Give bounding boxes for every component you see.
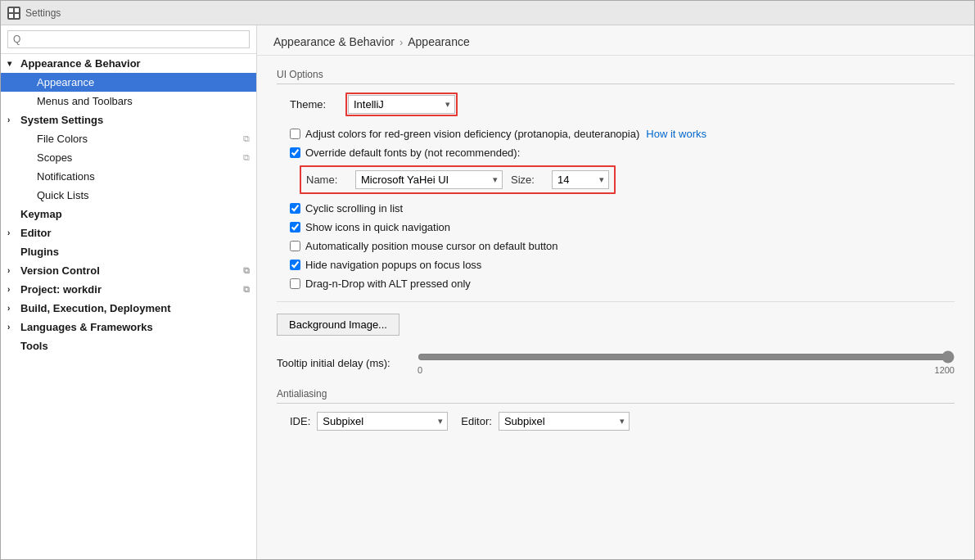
svg-rect-0 (9, 8, 13, 12)
sidebar-item-editor[interactable]: ›Editor (1, 224, 256, 242)
drag-drop-label[interactable]: Drag-n-Drop with ALT pressed only (290, 278, 471, 290)
chevron-icon: › (7, 266, 17, 275)
search-container (1, 25, 256, 54)
background-image-button[interactable]: Background Image... (277, 314, 399, 336)
breadcrumb-separator: › (399, 36, 403, 48)
chevron-icon: › (7, 285, 17, 294)
show-icons-text: Show icons in quick navigation (305, 221, 450, 233)
font-name-select[interactable]: Microsoft YaHei UI Arial Segoe UI Tahoma (355, 170, 503, 189)
antialiasing-label: Antialiasing (277, 388, 955, 404)
sidebar-item-appearance-behavior[interactable]: ▾Appearance & Behavior (1, 54, 256, 73)
sidebar-item-label: Menus and Toolbars (37, 95, 133, 107)
cyclic-scrolling-label[interactable]: Cyclic scrolling in list (290, 202, 403, 215)
editor-aa-select[interactable]: Subpixel Greyscale None (499, 412, 630, 431)
slider-ticks: 0 1200 (418, 365, 955, 375)
sidebar-item-label: Editor (20, 227, 52, 239)
sidebar-item-label: System Settings (20, 114, 103, 126)
slider-min: 0 (418, 365, 422, 375)
sidebar-item-scopes[interactable]: Scopes⧉ (1, 148, 256, 167)
sidebar-item-plugins[interactable]: Plugins (1, 242, 256, 261)
adjust-colors-checkbox[interactable] (290, 129, 300, 139)
tooltip-slider-container: 0 1200 (418, 350, 955, 375)
sidebar-item-label: Version Control (20, 264, 100, 277)
sidebar-item-label: Notifications (37, 170, 95, 183)
sidebar-nav: ▾Appearance & BehaviorAppearanceMenus an… (1, 54, 256, 355)
sidebar-item-keymap[interactable]: Keymap (1, 205, 256, 224)
ide-aa-label: IDE: (290, 415, 310, 427)
divider-1 (277, 301, 955, 302)
override-fonts-row: Override default fonts by (not recommend… (290, 147, 955, 159)
show-icons-checkbox[interactable] (290, 222, 300, 233)
override-fonts-text: Override default fonts by (not recommend… (305, 147, 520, 159)
content-body: UI Options Theme: IntelliJ Darcula High … (257, 56, 974, 444)
sidebar-item-menus-toolbars[interactable]: Menus and Toolbars (1, 92, 256, 111)
hide-navigation-label[interactable]: Hide navigation popups on focus loss (290, 259, 481, 271)
auto-position-checkbox[interactable] (290, 241, 300, 251)
sidebar-item-label: Keymap (20, 208, 62, 220)
chevron-icon: › (7, 304, 17, 313)
sidebar-item-quick-lists[interactable]: Quick Lists (1, 186, 256, 205)
ide-aa-select[interactable]: Subpixel Greyscale None (317, 412, 448, 431)
hide-navigation-row: Hide navigation popups on focus loss (290, 259, 955, 271)
sidebar-item-tools[interactable]: Tools (1, 336, 256, 355)
copy-icon: ⧉ (243, 133, 250, 144)
sidebar-item-notifications[interactable]: Notifications (1, 167, 256, 186)
drag-drop-checkbox[interactable] (290, 278, 300, 289)
auto-position-label[interactable]: Automatically position mouse cursor on d… (290, 240, 558, 252)
font-size-label: Size: (511, 174, 544, 186)
override-fonts-label[interactable]: Override default fonts by (not recommend… (290, 147, 520, 159)
sidebar-item-label: File Colors (37, 133, 88, 145)
auto-position-text: Automatically position mouse cursor on d… (305, 240, 558, 252)
override-fonts-checkbox[interactable] (290, 147, 300, 158)
background-image-container: Background Image... (277, 314, 955, 336)
show-icons-label[interactable]: Show icons in quick navigation (290, 221, 450, 233)
adjust-colors-row: Adjust colors for red-green vision defic… (290, 128, 955, 140)
font-name-label: Name: (306, 174, 347, 186)
sidebar-item-file-colors[interactable]: File Colors⧉ (1, 129, 256, 148)
theme-select-wrapper: IntelliJ Darcula High contrast Windows 1… (348, 95, 455, 114)
sidebar-item-version-control[interactable]: ›Version Control⧉ (1, 261, 256, 280)
hide-navigation-checkbox[interactable] (290, 260, 300, 270)
cyclic-scrolling-row: Cyclic scrolling in list (290, 202, 955, 215)
font-size-select[interactable]: 10 11 12 13 14 16 18 20 (552, 170, 609, 189)
editor-aa-label: Editor: (461, 415, 492, 427)
theme-select[interactable]: IntelliJ Darcula High contrast Windows 1… (348, 95, 455, 114)
chevron-icon: › (7, 228, 17, 237)
search-input[interactable] (7, 30, 250, 48)
sidebar-item-label: Appearance & Behavior (20, 57, 141, 70)
sidebar-item-label: Languages & Frameworks (20, 321, 153, 333)
adjust-colors-text: Adjust colors for red-green vision defic… (305, 128, 639, 140)
cyclic-scrolling-checkbox[interactable] (290, 203, 300, 214)
sidebar-item-build-execution[interactable]: ›Build, Execution, Deployment (1, 299, 256, 318)
sidebar-item-appearance[interactable]: Appearance (1, 73, 256, 92)
content-header: Appearance & Behavior › Appearance (257, 25, 974, 56)
font-row-highlighted: Name: Microsoft YaHei UI Arial Segoe UI … (300, 165, 616, 194)
copy-icon: ⧉ (243, 152, 250, 163)
theme-select-highlighted: IntelliJ Darcula High contrast Windows 1… (345, 93, 458, 116)
svg-rect-3 (15, 14, 19, 18)
sidebar-item-label: Plugins (20, 246, 59, 258)
sidebar-item-languages-frameworks[interactable]: ›Languages & Frameworks (1, 318, 256, 336)
sidebar-item-project-workdir[interactable]: ›Project: workdir⧉ (1, 280, 256, 299)
theme-row: Theme: IntelliJ Darcula High contrast Wi… (290, 93, 955, 116)
tooltip-slider[interactable] (418, 350, 955, 364)
window-title: Settings (25, 7, 61, 19)
editor-aa-item: Editor: Subpixel Greyscale None (461, 412, 630, 431)
settings-window: Settings ▾Appearance & BehaviorAppearanc… (0, 0, 975, 560)
font-name-select-wrapper: Microsoft YaHei UI Arial Segoe UI Tahoma (355, 170, 503, 189)
font-size-select-wrapper: 10 11 12 13 14 16 18 20 (552, 170, 609, 189)
tooltip-section: Tooltip initial delay (ms): 0 1200 (277, 350, 955, 375)
main-layout: ▾Appearance & BehaviorAppearanceMenus an… (1, 25, 974, 559)
sidebar-item-label: Quick Lists (37, 189, 89, 201)
breadcrumb: Appearance & Behavior › Appearance (273, 35, 958, 48)
auto-position-row: Automatically position mouse cursor on d… (290, 240, 955, 252)
svg-rect-2 (9, 14, 13, 18)
app-icon (7, 7, 20, 20)
antialiasing-row: IDE: Subpixel Greyscale None Editor: (290, 412, 955, 431)
adjust-colors-label[interactable]: Adjust colors for red-green vision defic… (290, 128, 639, 140)
how-it-works-link[interactable]: How it works (646, 128, 706, 140)
theme-label: Theme: (290, 98, 339, 111)
editor-aa-select-wrapper: Subpixel Greyscale None (499, 412, 630, 431)
sidebar-item-system-settings[interactable]: ›System Settings (1, 111, 256, 129)
svg-rect-1 (15, 8, 19, 12)
